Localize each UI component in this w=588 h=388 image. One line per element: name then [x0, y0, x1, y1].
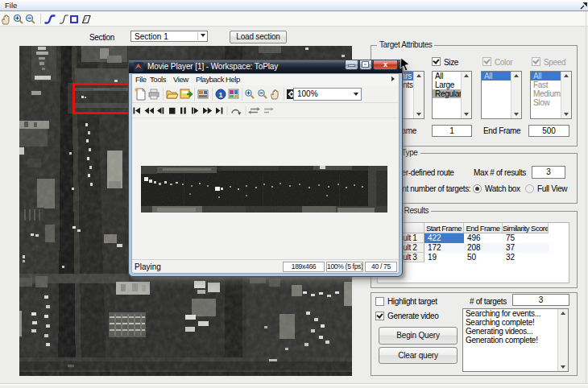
- svg-text:1: 1: [218, 91, 222, 99]
